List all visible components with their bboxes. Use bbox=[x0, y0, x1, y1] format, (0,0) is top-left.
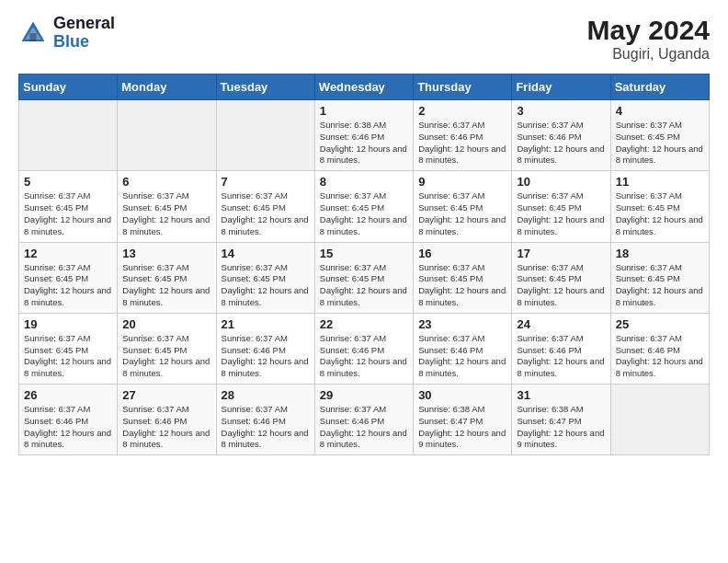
daylight-text: Daylight: 12 hours and 8 minutes. bbox=[24, 356, 111, 378]
sunrise-text: Sunrise: 6:37 AM bbox=[222, 262, 288, 272]
daylight-text: Daylight: 12 hours and 8 minutes. bbox=[517, 144, 604, 166]
calendar-cell bbox=[610, 385, 709, 455]
weekday-tuesday: Tuesday bbox=[216, 75, 314, 100]
calendar-cell: 18Sunrise: 6:37 AMSunset: 6:45 PMDayligh… bbox=[610, 242, 709, 313]
day-info: Sunrise: 6:38 AMSunset: 6:47 PMDaylight:… bbox=[517, 404, 605, 451]
calendar-table: Sunday Monday Tuesday Wednesday Thursday… bbox=[18, 74, 710, 455]
day-number: 16 bbox=[418, 247, 506, 260]
weekday-friday: Friday bbox=[512, 75, 610, 100]
svg-rect-2 bbox=[29, 33, 36, 41]
day-number: 26 bbox=[24, 388, 112, 402]
sunrise-text: Sunrise: 6:37 AM bbox=[122, 262, 188, 272]
calendar-cell: 27Sunrise: 6:37 AMSunset: 6:46 PMDayligh… bbox=[118, 385, 216, 455]
day-info: Sunrise: 6:37 AMSunset: 6:45 PMDaylight:… bbox=[616, 262, 704, 309]
calendar-cell: 15Sunrise: 6:37 AMSunset: 6:45 PMDayligh… bbox=[314, 242, 413, 313]
daylight-text: Daylight: 12 hours and 8 minutes. bbox=[616, 214, 703, 236]
sunset-text: Sunset: 6:45 PM bbox=[616, 273, 680, 283]
calendar-cell: 16Sunrise: 6:37 AMSunset: 6:45 PMDayligh… bbox=[414, 242, 512, 313]
sunset-text: Sunset: 6:45 PM bbox=[222, 202, 286, 213]
calendar-week-0: 1Sunrise: 6:38 AMSunset: 6:46 PMDaylight… bbox=[19, 100, 710, 171]
daylight-text: Daylight: 12 hours and 8 minutes. bbox=[616, 285, 703, 307]
calendar-cell: 20Sunrise: 6:37 AMSunset: 6:45 PMDayligh… bbox=[118, 313, 216, 384]
daylight-text: Daylight: 12 hours and 8 minutes. bbox=[122, 356, 210, 378]
calendar-cell: 13Sunrise: 6:37 AMSunset: 6:45 PMDayligh… bbox=[118, 242, 216, 313]
sunrise-text: Sunrise: 6:37 AM bbox=[517, 120, 583, 130]
day-number: 19 bbox=[24, 317, 112, 331]
sunset-text: Sunset: 6:45 PM bbox=[616, 132, 680, 142]
sunrise-text: Sunrise: 6:38 AM bbox=[418, 404, 484, 414]
day-info: Sunrise: 6:37 AMSunset: 6:45 PMDaylight:… bbox=[24, 333, 112, 380]
calendar-cell bbox=[216, 100, 314, 171]
day-info: Sunrise: 6:37 AMSunset: 6:45 PMDaylight:… bbox=[222, 190, 310, 237]
sunset-text: Sunset: 6:45 PM bbox=[122, 202, 187, 213]
sunset-text: Sunset: 6:45 PM bbox=[418, 273, 483, 283]
calendar-cell: 26Sunrise: 6:37 AMSunset: 6:46 PMDayligh… bbox=[19, 385, 118, 455]
daylight-text: Daylight: 12 hours and 8 minutes. bbox=[222, 214, 309, 236]
day-info: Sunrise: 6:37 AMSunset: 6:45 PMDaylight:… bbox=[418, 262, 506, 309]
day-info: Sunrise: 6:37 AMSunset: 6:46 PMDaylight:… bbox=[222, 404, 310, 451]
sunrise-text: Sunrise: 6:38 AM bbox=[320, 120, 386, 130]
day-info: Sunrise: 6:37 AMSunset: 6:45 PMDaylight:… bbox=[616, 190, 704, 237]
sunrise-text: Sunrise: 6:37 AM bbox=[418, 120, 484, 130]
sunrise-text: Sunrise: 6:37 AM bbox=[24, 190, 90, 201]
day-number: 29 bbox=[320, 388, 408, 402]
day-info: Sunrise: 6:37 AMSunset: 6:46 PMDaylight:… bbox=[24, 404, 112, 451]
logo-general: General bbox=[53, 15, 115, 33]
daylight-text: Daylight: 12 hours and 8 minutes. bbox=[418, 356, 506, 378]
day-number: 27 bbox=[122, 388, 210, 402]
weekday-row: Sunday Monday Tuesday Wednesday Thursday… bbox=[19, 75, 710, 100]
day-number: 30 bbox=[418, 388, 506, 402]
calendar-cell: 30Sunrise: 6:38 AMSunset: 6:47 PMDayligh… bbox=[414, 385, 512, 455]
sunset-text: Sunset: 6:46 PM bbox=[616, 345, 680, 355]
day-info: Sunrise: 6:37 AMSunset: 6:46 PMDaylight:… bbox=[517, 333, 605, 380]
daylight-text: Daylight: 12 hours and 8 minutes. bbox=[320, 285, 407, 307]
daylight-text: Daylight: 12 hours and 8 minutes. bbox=[222, 356, 309, 378]
calendar-week-3: 19Sunrise: 6:37 AMSunset: 6:45 PMDayligh… bbox=[19, 313, 710, 384]
title-block: May 2024 Bugiri, Uganda bbox=[587, 15, 710, 63]
calendar-cell bbox=[19, 100, 118, 171]
header: General Blue May 2024 Bugiri, Uganda bbox=[18, 15, 710, 63]
day-info: Sunrise: 6:38 AMSunset: 6:47 PMDaylight:… bbox=[418, 404, 506, 451]
day-number: 14 bbox=[222, 247, 310, 260]
daylight-text: Daylight: 12 hours and 8 minutes. bbox=[517, 356, 604, 378]
daylight-text: Daylight: 12 hours and 8 minutes. bbox=[24, 285, 111, 307]
day-number: 28 bbox=[222, 388, 310, 402]
daylight-text: Daylight: 12 hours and 8 minutes. bbox=[122, 214, 210, 236]
day-number: 25 bbox=[616, 317, 704, 331]
day-number: 3 bbox=[517, 104, 605, 118]
day-info: Sunrise: 6:38 AMSunset: 6:46 PMDaylight:… bbox=[320, 120, 408, 167]
day-number: 10 bbox=[517, 175, 605, 189]
sunset-text: Sunset: 6:45 PM bbox=[517, 202, 581, 213]
daylight-text: Daylight: 12 hours and 8 minutes. bbox=[418, 144, 506, 166]
logo-text: General Blue bbox=[53, 15, 115, 52]
day-number: 20 bbox=[122, 317, 210, 331]
day-number: 24 bbox=[517, 317, 605, 331]
day-number: 8 bbox=[320, 175, 408, 189]
sunset-text: Sunset: 6:46 PM bbox=[222, 416, 286, 426]
sunrise-text: Sunrise: 6:37 AM bbox=[517, 190, 583, 201]
daylight-text: Daylight: 12 hours and 8 minutes. bbox=[24, 428, 111, 450]
sunset-text: Sunset: 6:45 PM bbox=[418, 202, 483, 213]
daylight-text: Daylight: 12 hours and 8 minutes. bbox=[122, 285, 210, 307]
sunrise-text: Sunrise: 6:38 AM bbox=[517, 404, 583, 414]
weekday-sunday: Sunday bbox=[19, 75, 118, 100]
daylight-text: Daylight: 12 hours and 8 minutes. bbox=[517, 285, 604, 307]
location: Bugiri, Uganda bbox=[587, 46, 710, 63]
day-info: Sunrise: 6:37 AMSunset: 6:46 PMDaylight:… bbox=[320, 333, 408, 380]
day-number: 2 bbox=[418, 104, 506, 118]
calendar-week-2: 12Sunrise: 6:37 AMSunset: 6:45 PMDayligh… bbox=[19, 242, 710, 313]
calendar-cell: 12Sunrise: 6:37 AMSunset: 6:45 PMDayligh… bbox=[19, 242, 118, 313]
calendar-cell: 23Sunrise: 6:37 AMSunset: 6:46 PMDayligh… bbox=[414, 313, 512, 384]
sunrise-text: Sunrise: 6:37 AM bbox=[616, 120, 682, 130]
weekday-wednesday: Wednesday bbox=[314, 75, 413, 100]
sunset-text: Sunset: 6:46 PM bbox=[122, 416, 187, 426]
day-number: 31 bbox=[517, 388, 605, 402]
calendar-cell: 31Sunrise: 6:38 AMSunset: 6:47 PMDayligh… bbox=[512, 385, 610, 455]
logo-icon bbox=[18, 18, 48, 48]
calendar-cell: 22Sunrise: 6:37 AMSunset: 6:46 PMDayligh… bbox=[314, 313, 413, 384]
day-info: Sunrise: 6:37 AMSunset: 6:45 PMDaylight:… bbox=[418, 190, 506, 237]
calendar-cell: 14Sunrise: 6:37 AMSunset: 6:45 PMDayligh… bbox=[216, 242, 314, 313]
day-info: Sunrise: 6:37 AMSunset: 6:45 PMDaylight:… bbox=[122, 190, 210, 237]
calendar-cell: 11Sunrise: 6:37 AMSunset: 6:45 PMDayligh… bbox=[610, 171, 709, 242]
sunrise-text: Sunrise: 6:37 AM bbox=[320, 333, 386, 343]
